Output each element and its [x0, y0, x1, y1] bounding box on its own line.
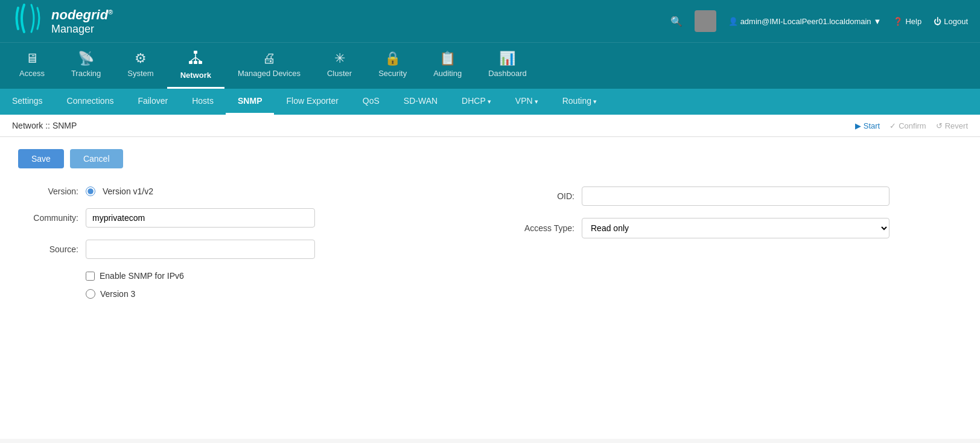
auditing-icon: 📋: [439, 52, 456, 65]
form-grid: Version: Version v1/v2 Community: Source…: [18, 186, 962, 307]
tracking-icon: 📡: [78, 52, 94, 65]
nodegrid-logo-icon: [12, 2, 45, 40]
nav-item-system[interactable]: ⚙ System: [114, 45, 167, 87]
breadcrumb-bar: Network :: SNMP ▶ Start ✓ Confirm ↺ Reve…: [0, 115, 980, 137]
header-logout[interactable]: ⏻ Logout: [934, 17, 968, 26]
community-input[interactable]: [86, 208, 315, 228]
svg-rect-3: [194, 61, 197, 64]
logo-area: nodegrid® Manager: [12, 2, 113, 40]
subnav-connections[interactable]: Connections: [55, 89, 126, 115]
oid-label: OID:: [514, 191, 574, 201]
source-label: Source:: [18, 244, 78, 254]
header-right: 🔍 👤 admin@IMI-LocalPeer01.localdomain ▼ …: [670, 10, 968, 32]
form-right: OID: Access Type: Read only Read/Write: [490, 186, 962, 307]
save-button[interactable]: Save: [18, 149, 64, 168]
breadcrumb: Network :: SNMP: [12, 121, 77, 130]
version-v1v2-label: Version v1/v2: [103, 186, 153, 196]
version-row: Version: Version v1/v2: [18, 186, 466, 196]
user-chevron-icon: ▼: [874, 17, 882, 26]
access-type-row: Access Type: Read only Read/Write: [514, 218, 962, 238]
version3-radio[interactable]: [86, 289, 95, 299]
access-icon: 🖥: [25, 52, 39, 65]
revert-icon: ↺: [936, 121, 943, 130]
enable-ipv6-checkbox[interactable]: [86, 272, 95, 281]
svg-rect-2: [199, 61, 202, 64]
nav-item-security[interactable]: 🔒 Security: [365, 45, 420, 87]
subnav-dhcp[interactable]: DHCP: [450, 89, 503, 115]
enable-ipv6-label: Enable SNMP for IPv6: [100, 271, 184, 281]
confirm-button: ✓ Confirm: [889, 121, 926, 130]
subnav-settings[interactable]: Settings: [0, 89, 55, 115]
help-icon: ❓: [893, 17, 903, 26]
svg-rect-0: [194, 51, 197, 54]
svg-line-5: [191, 57, 196, 61]
cancel-button[interactable]: Cancel: [70, 149, 123, 168]
access-type-select[interactable]: Read only Read/Write: [582, 218, 889, 238]
nav-item-auditing[interactable]: 📋 Auditing: [420, 45, 475, 87]
dashboard-icon: 📊: [499, 52, 515, 65]
system-icon: ⚙: [135, 52, 147, 65]
community-row: Community:: [18, 208, 466, 228]
confirm-check-icon: ✓: [889, 121, 896, 130]
network-icon: [188, 50, 203, 67]
version3-label: Version 3: [100, 289, 135, 299]
nav-item-dashboard[interactable]: 📊 Dashboard: [475, 45, 540, 87]
search-icon[interactable]: 🔍: [670, 16, 682, 27]
action-buttons: Save Cancel: [18, 149, 962, 168]
version-v1v2-radio[interactable]: [86, 186, 95, 196]
logo-text: nodegrid® Manager: [51, 7, 113, 36]
subnav-snmp[interactable]: SNMP: [226, 89, 274, 115]
access-type-label: Access Type:: [514, 223, 574, 233]
source-row: Source:: [18, 240, 466, 259]
managed-devices-icon: 🖨: [262, 52, 276, 65]
subnav-failover[interactable]: Failover: [126, 89, 180, 115]
subnav-routing[interactable]: Routing: [550, 89, 609, 115]
oid-row: OID:: [514, 186, 962, 206]
oid-input[interactable]: [582, 186, 889, 206]
enable-ipv6-row: Enable SNMP for IPv6: [86, 271, 466, 281]
svg-rect-1: [189, 61, 192, 64]
nav-bar: 🖥 Access 📡 Tracking ⚙ System Network 🖨 M…: [0, 42, 980, 89]
svg-line-7: [196, 57, 200, 61]
version3-row: Version 3: [86, 289, 466, 299]
community-label: Community:: [18, 213, 78, 223]
nav-item-network[interactable]: Network: [167, 43, 224, 89]
subnav-qos[interactable]: QoS: [351, 89, 392, 115]
revert-button: ↺ Revert: [936, 121, 968, 130]
subnav-hosts[interactable]: Hosts: [180, 89, 226, 115]
version-label: Version:: [18, 186, 78, 196]
source-input[interactable]: [86, 240, 315, 259]
breadcrumb-actions: ▶ Start ✓ Confirm ↺ Revert: [855, 121, 968, 130]
logo-subtitle: Manager: [51, 23, 113, 36]
subnav-vpn[interactable]: VPN: [503, 89, 550, 115]
start-triangle-icon: ▶: [855, 121, 861, 130]
header: nodegrid® Manager 🔍 👤 admin@IMI-LocalPee…: [0, 0, 980, 42]
nav-item-managed-devices[interactable]: 🖨 Managed Devices: [224, 45, 314, 87]
cluster-icon: ✳: [334, 52, 345, 65]
nav-item-tracking[interactable]: 📡 Tracking: [58, 45, 114, 87]
nav-item-cluster[interactable]: ✳ Cluster: [314, 45, 365, 87]
form-left: Version: Version v1/v2 Community: Source…: [18, 186, 490, 307]
subnav: Settings Connections Failover Hosts SNMP…: [0, 89, 980, 115]
content-area: Save Cancel Version: Version v1/v2 Commu…: [0, 137, 980, 439]
header-help[interactable]: ❓ Help: [893, 17, 921, 26]
logout-icon: ⏻: [934, 17, 941, 26]
subnav-sd-wan[interactable]: SD-WAN: [392, 89, 450, 115]
nav-item-access[interactable]: 🖥 Access: [6, 45, 58, 87]
start-button[interactable]: ▶ Start: [855, 121, 880, 130]
header-square-btn[interactable]: [695, 10, 716, 32]
header-user[interactable]: 👤 admin@IMI-LocalPeer01.localdomain ▼: [728, 17, 882, 26]
security-icon: 🔒: [384, 52, 401, 65]
subnav-flow-exporter[interactable]: Flow Exporter: [274, 89, 350, 115]
